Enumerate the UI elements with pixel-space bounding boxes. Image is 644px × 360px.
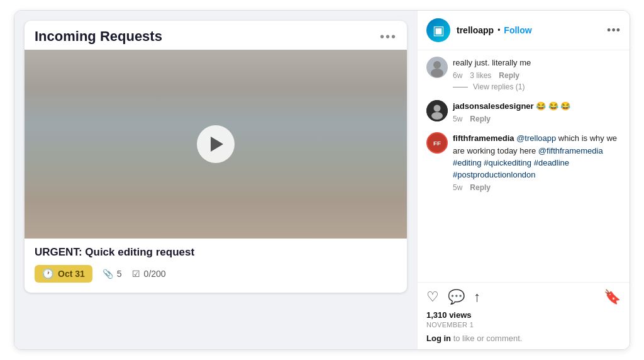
comments-section: really just. literally me 6w 3 likes Rep… (418, 50, 630, 282)
comment-mention[interactable]: @trelloapp (516, 133, 556, 143)
comment-text: jadsonsalesdesigner 😂 😂 😂 (453, 101, 570, 111)
comment-time: 5w (453, 115, 462, 123)
checklist-icon: ☑ (132, 269, 140, 279)
comment-body: really just. literally me (453, 58, 531, 67)
attachment-icon: 📎 (103, 269, 113, 279)
checklist-label: 0/200 (144, 269, 166, 279)
comment-meta: 5w Reply (453, 183, 621, 192)
comment-username[interactable]: fifthframemedia (453, 133, 514, 143)
comment-mention2: @fifthframemedia (538, 146, 603, 155)
hashtag4: #postproductionlondon (453, 170, 536, 179)
view-replies-label: View replies (1) (473, 82, 525, 91)
card-content: URGENT: Quick editing request 🕐 Oct 31 📎… (25, 239, 407, 293)
card-header-title: Incoming Requests (35, 28, 162, 45)
comment-meta: 6w 3 likes Reply (453, 71, 621, 80)
post-date: November 1 (426, 321, 621, 329)
svg-point-3 (434, 105, 441, 112)
checklist-item: ☑ 0/200 (132, 269, 166, 279)
reply-button[interactable]: Reply (470, 115, 491, 123)
comment-time: 6w (453, 71, 462, 80)
comment-username[interactable]: jadsonsalesdesigner (453, 101, 534, 111)
ig-actions: ♡ 💬 ↑ 🔖 1,310 views November 1 Log in to… (418, 282, 630, 349)
avatar: ▣ (426, 18, 450, 42)
comment-text: fifthframemedia @trelloapp which is why … (453, 133, 617, 179)
app-container: Incoming Requests ••• URGENT: Quick edit… (14, 10, 630, 350)
comment-content: jadsonsalesdesigner 😂 😂 😂 5w Reply (453, 100, 621, 123)
trello-panel: Incoming Requests ••• URGENT: Quick edit… (14, 11, 417, 349)
reply-button[interactable]: Reply (470, 183, 491, 192)
instagram-panel: ▣ trelloapp • Follow ••• r (417, 11, 630, 349)
trello-card: Incoming Requests ••• URGENT: Quick edit… (25, 21, 407, 293)
comment-body: 😂 😂 😂 (536, 101, 570, 111)
comment-avatar: FF (426, 132, 448, 154)
svg-text:FF: FF (433, 140, 441, 147)
ig-username[interactable]: trelloapp (457, 25, 494, 35)
card-image (25, 50, 407, 239)
hashtag2: #quickediting (484, 158, 531, 167)
comment-item: FF fifthframemedia @trelloapp which is w… (426, 132, 621, 192)
follow-button[interactable]: Follow (504, 25, 531, 35)
share-icon[interactable]: ↑ (474, 289, 480, 305)
login-link[interactable]: Log in (426, 334, 451, 343)
ig-header: ▣ trelloapp • Follow ••• (418, 11, 630, 50)
login-text: to like or comment. (453, 334, 523, 343)
hashtag3: #deadline (534, 158, 569, 167)
attachments-item: 📎 5 (103, 269, 122, 279)
clock-icon: 🕐 (42, 268, 54, 279)
hashtag1: #editing (453, 158, 482, 167)
comment-avatar (426, 57, 448, 78)
views-count: 1,310 views (426, 310, 621, 320)
svg-point-4 (431, 112, 443, 120)
svg-point-0 (433, 61, 441, 69)
separator-dot: • (497, 26, 500, 35)
ig-header-info: trelloapp • Follow (457, 25, 601, 35)
svg-point-1 (431, 69, 443, 77)
comment-item: really just. literally me 6w 3 likes Rep… (426, 57, 621, 91)
view-replies-button[interactable]: View replies (1) (453, 82, 621, 91)
card-header: Incoming Requests ••• (25, 21, 407, 50)
ig-action-icons: ♡ 💬 ↑ (426, 289, 480, 305)
play-icon (211, 137, 223, 152)
comment-avatar (426, 100, 448, 121)
due-date-badge: 🕐 Oct 31 (35, 265, 92, 283)
reply-button[interactable]: Reply (499, 71, 519, 80)
comment-item: jadsonsalesdesigner 😂 😂 😂 5w Reply (426, 100, 621, 123)
comment-meta: 5w Reply (453, 115, 621, 123)
comment-time: 5w (453, 183, 462, 192)
view-replies-line (453, 87, 468, 87)
comment-text: really just. literally me (453, 58, 531, 67)
save-icon[interactable]: 🔖 (604, 289, 621, 305)
comment-content: fifthframemedia @trelloapp which is why … (453, 132, 621, 192)
comment-likes: 3 likes (470, 71, 491, 80)
like-icon[interactable]: ♡ (426, 289, 439, 305)
task-title: URGENT: Quick editing request (35, 246, 397, 259)
login-prompt: Log in to like or comment. (426, 334, 621, 347)
trello-logo-icon: ▣ (433, 23, 445, 38)
action-icons-row: ♡ 💬 ↑ 🔖 (426, 289, 621, 305)
card-meta: 🕐 Oct 31 📎 5 ☑ 0/200 (35, 265, 397, 283)
attachments-count: 5 (117, 269, 122, 279)
comment-content: really just. literally me 6w 3 likes Rep… (453, 57, 621, 91)
more-options-button[interactable]: ••• (607, 24, 621, 37)
play-button[interactable] (197, 125, 235, 163)
card-more-button[interactable]: ••• (380, 30, 397, 44)
comment-icon[interactable]: 💬 (448, 289, 465, 305)
due-date-label: Oct 31 (58, 269, 85, 279)
